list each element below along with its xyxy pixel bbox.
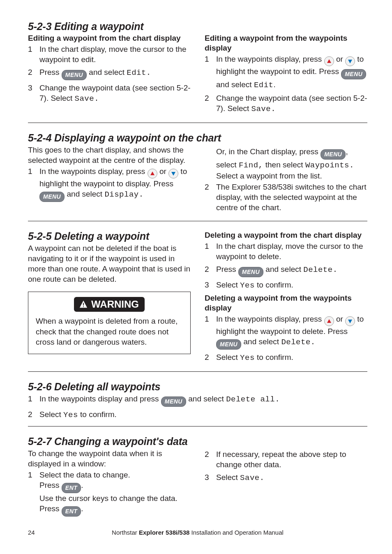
step-text: In the chart display, move the cursor to… (216, 241, 367, 262)
step-number: 1 (205, 241, 216, 262)
ent-button-icon: ENT (62, 483, 81, 493)
step-number: 2 (205, 93, 216, 114)
step-text: In the waypoints display, press or to hi… (216, 314, 367, 350)
step-number: 3 (205, 472, 216, 483)
step-number: 1 (28, 394, 39, 407)
svg-marker-3 (171, 172, 175, 176)
subheading-delete-chart: Deleting a waypoint from the chart displ… (205, 230, 367, 240)
step-number: 2 (205, 264, 216, 277)
step-text: Select the data to change. Press ENT. Us… (39, 470, 191, 517)
step-text: Select Save. (216, 472, 367, 483)
menu-button-icon: MENU (341, 69, 366, 79)
svg-marker-2 (150, 172, 154, 175)
up-arrow-icon (148, 169, 157, 178)
step-text: Select Yes to confirm. (216, 280, 367, 291)
section-title-5-2-6: 5-2-6 Deleting all waypoints (28, 381, 367, 393)
svg-marker-0 (327, 59, 331, 63)
menu-button-icon: MENU (238, 267, 263, 277)
step-text: Press MENU and select Edit. (39, 67, 191, 80)
step-number: 1 (205, 314, 216, 350)
svg-marker-7 (348, 320, 352, 323)
menu-button-icon: MENU (39, 192, 65, 202)
svg-marker-1 (348, 60, 352, 63)
step-number: 1 (28, 44, 39, 65)
section-5-2-4: 5-2-4 Displaying a waypoint on the chart… (28, 132, 367, 215)
section-title-5-2-3: 5-2-3 Editing a waypoint (28, 21, 367, 32)
down-arrow-icon (345, 316, 355, 326)
down-arrow-icon (345, 56, 355, 66)
ent-button-icon: ENT (62, 506, 81, 517)
section-title-5-2-7: 5-2-7 Changing a waypoint's data (28, 436, 367, 447)
step-number: 2 (28, 409, 39, 420)
step-text: In the chart display, move the cursor to… (39, 44, 191, 65)
step-text: Press MENU and select Delete. (216, 264, 367, 277)
manual-page: 5-2-3 Editing a waypoint Editing a waypo… (0, 0, 392, 554)
section-divider (28, 221, 367, 221)
step-text: Select Yes to confirm. (39, 409, 367, 420)
menu-button-icon: MENU (321, 149, 346, 160)
step-text: In the waypoints display and press MENU … (39, 394, 367, 407)
subheading-waypoints-display-edit: Editing a waypoint from the waypoints di… (205, 33, 367, 53)
down-arrow-icon (168, 169, 178, 178)
step-number: 3 (205, 280, 216, 291)
section-title-5-2-4: 5-2-4 Displaying a waypoint on the chart (28, 132, 367, 144)
section-5-2-5: 5-2-5 Deleting a waypoint A waypoint can… (28, 230, 367, 366)
intro-text: A waypoint can not be deleted if the boa… (28, 243, 191, 284)
warning-box: WARNING When a waypoint is deleted from … (28, 292, 191, 354)
step-number: 1 (28, 470, 39, 517)
intro-text: This goes to the chart display, and show… (28, 145, 191, 165)
step-number: 1 (205, 54, 216, 90)
menu-button-icon: MENU (161, 396, 186, 407)
step-number: 3 (28, 83, 39, 104)
section-title-5-2-5: 5-2-5 Deleting a waypoint (28, 230, 191, 242)
section-divider (28, 371, 367, 372)
step-text: Select Yes to confirm. (216, 352, 367, 363)
step-number: 1 (28, 166, 39, 202)
step-text: In the waypoints display, press or to hi… (216, 54, 367, 90)
warning-pill: WARNING (74, 297, 145, 312)
step-text: The Explorer 538/538i switches to the ch… (216, 182, 367, 213)
step-number: 2 (28, 67, 39, 80)
section-divider (28, 123, 367, 123)
menu-button-icon: MENU (62, 70, 87, 80)
section-divider (28, 426, 367, 427)
warning-body: When a waypoint is deleted from a route,… (36, 316, 183, 347)
svg-marker-6 (327, 319, 331, 323)
up-arrow-icon (324, 316, 334, 326)
alt-text: Or, in the Chart display, press MENU, se… (216, 146, 367, 181)
svg-rect-4 (83, 303, 84, 306)
svg-rect-5 (83, 306, 84, 307)
section-5-2-3: 5-2-3 Editing a waypoint Editing a waypo… (28, 21, 367, 117)
warning-triangle-icon (79, 300, 88, 309)
subheading-chart-display-edit: Editing a waypoint from the chart displa… (28, 33, 191, 43)
step-text: Change the waypoint data (see section 5-… (39, 83, 191, 104)
step-number: 2 (205, 449, 216, 470)
page-footer: 24 Northstar Explorer 538i/538 Installat… (28, 529, 367, 536)
step-text: If necessary, repeat the above step to c… (216, 449, 367, 470)
section-5-2-7: 5-2-7 Changing a waypoint's data To chan… (28, 436, 367, 519)
step-text: Change the waypoint data (see section 5-… (216, 93, 367, 114)
step-text: In the waypoints display, press or to hi… (39, 166, 191, 202)
menu-button-icon: MENU (216, 339, 241, 350)
up-arrow-icon (324, 56, 334, 66)
section-5-2-6: 5-2-6 Deleting all waypoints 1 In the wa… (28, 381, 367, 420)
intro-text: To change the waypoint data when it is d… (28, 448, 191, 469)
footer-text: Northstar Explorer 538i/538 Installation… (28, 529, 367, 536)
step-number: 2 (205, 182, 216, 213)
step-number: 2 (205, 352, 216, 363)
subheading-delete-waypoints: Deleting a waypoint from the waypoints d… (205, 293, 367, 313)
